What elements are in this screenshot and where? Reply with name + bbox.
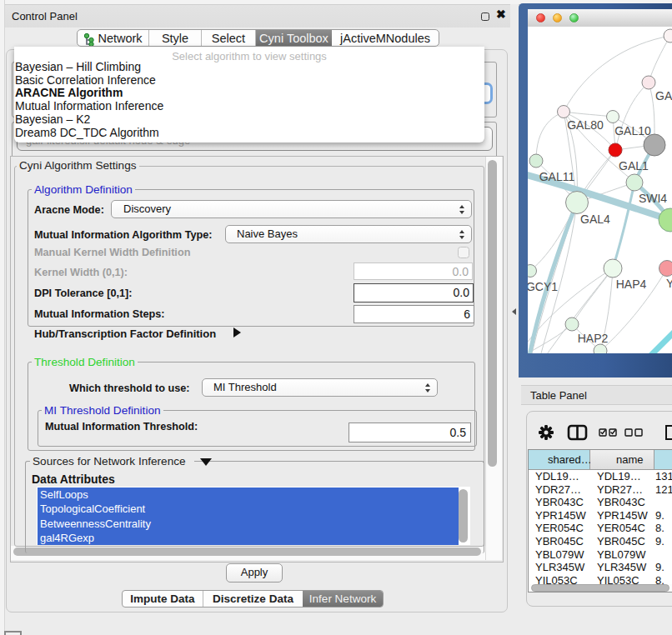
- svg-text:GAL4: GAL4: [580, 212, 610, 226]
- svg-text:GAL7: GAL7: [655, 89, 672, 102]
- svg-text:GAL10: GAL10: [614, 124, 651, 138]
- svg-text:GAL11: GAL11: [539, 170, 575, 183]
- svg-text:GAL1: GAL1: [619, 159, 649, 172]
- svg-text:Y: Y: [666, 277, 672, 290]
- svg-text:GAL80: GAL80: [567, 118, 604, 132]
- svg-text:HAP2: HAP2: [578, 332, 609, 345]
- svg-text:HAP4: HAP4: [616, 278, 647, 291]
- svg-text:GCY1: GCY1: [528, 280, 558, 293]
- svg-text:SWI4: SWI4: [639, 192, 667, 205]
